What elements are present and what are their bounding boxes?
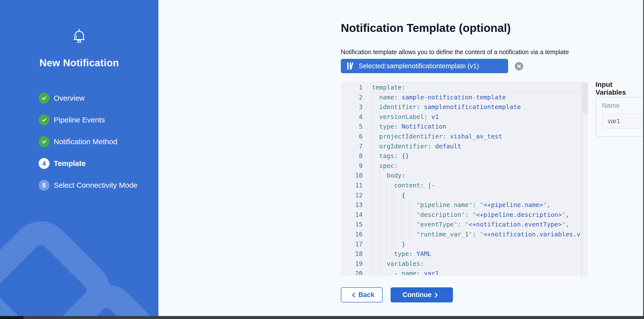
check-icon: [38, 93, 50, 104]
sidebar-step-template[interactable]: 4Template: [38, 158, 138, 169]
wizard-sidebar: New Notification OverviewPipeline Events…: [0, 0, 158, 319]
input-variables-heading: Input Variables: [596, 81, 644, 96]
check-icon: [38, 114, 50, 125]
line-number: 6: [341, 132, 367, 141]
line-number: 3: [341, 102, 367, 112]
step-label: Select Connectivity Mode: [54, 181, 138, 189]
line-number: 18: [341, 249, 367, 259]
code-line: 15 "eventType": "<+notification.eventTyp…: [341, 220, 588, 230]
step-number-badge: 5: [38, 180, 50, 191]
step-label: Template: [54, 159, 86, 168]
code-line: 9 spec:: [341, 161, 588, 171]
line-number: 17: [341, 239, 367, 249]
line-number: 19: [341, 259, 367, 269]
page-description: Notification template allows you to defi…: [341, 48, 569, 56]
code-line: 16 "runtime_var_1": "<+notification.vari…: [341, 230, 588, 239]
code-line: 3 identifier: samplenotificationtemplate: [341, 102, 588, 112]
line-text: identifier: samplenotificationtemplate: [367, 102, 582, 112]
code-line: 4 versionLabel: v1: [341, 112, 588, 122]
line-text: spec:: [367, 161, 582, 171]
line-number: 10: [341, 171, 367, 181]
wizard-title: New Notification: [0, 57, 158, 68]
line-text: versionLabel: v1: [367, 112, 582, 122]
dialog-content: Notification Template (optional) Notific…: [158, 0, 644, 319]
line-text: template:: [367, 83, 582, 92]
line-number: 5: [341, 122, 367, 132]
variable-name-input[interactable]: [602, 113, 644, 129]
line-text: tags: {}: [367, 151, 582, 161]
name-column-header: Name: [602, 102, 620, 110]
code-line: 5 type: Notification: [341, 122, 588, 132]
selected-template-label: Selected:samplenotificationtemplate (v1): [359, 62, 479, 70]
input-variables-panel: Name Value: [596, 97, 644, 137]
step-label: Pipeline Events: [54, 116, 105, 124]
code-line: 14 "description": "<+pipeline.descriptio…: [341, 210, 588, 220]
line-number: 12: [341, 190, 367, 200]
code-line: 18 type: YAML: [341, 249, 588, 259]
wizard-steps: OverviewPipeline EventsNotification Meth…: [38, 93, 138, 202]
line-text: "pipeline name": "<+pipeline.name>",: [367, 200, 582, 210]
continue-button[interactable]: Continue: [390, 287, 453, 303]
page-title: Notification Template (optional): [341, 21, 511, 35]
editor-divider: [582, 82, 582, 279]
remove-template-button[interactable]: [515, 62, 523, 70]
continue-button-label: Continue: [403, 291, 432, 299]
line-text: content: |-: [367, 181, 582, 190]
line-number: 9: [341, 161, 367, 171]
line-text: body:: [367, 171, 582, 181]
line-number: 2: [341, 92, 367, 102]
line-number: 13: [341, 200, 367, 210]
sidebar-step-overview[interactable]: Overview: [38, 93, 138, 104]
back-button-label: Back: [358, 291, 374, 299]
line-text: orgIdentifier: default: [367, 141, 582, 151]
line-text: {: [367, 190, 582, 200]
line-number: 11: [341, 181, 367, 190]
code-line: 1template:: [341, 83, 588, 92]
line-text: "description": "<+pipeline.description>"…: [367, 210, 582, 220]
check-icon: [38, 136, 50, 147]
variable-row: [602, 113, 644, 129]
step-label: Overview: [54, 94, 85, 102]
code-line: 7 orgIdentifier: default: [341, 141, 588, 151]
sidebar-step-notification-method[interactable]: Notification Method: [38, 136, 138, 147]
code-line: 13 "pipeline name": "<+pipeline.name>",: [341, 200, 588, 210]
line-text: projectIdentifier: vishal_av_test: [367, 132, 582, 141]
code-line: 11 content: |-: [341, 181, 588, 190]
sidebar-step-select-connectivity-mode[interactable]: 5Select Connectivity Mode: [38, 180, 138, 191]
chevron-left-icon: [352, 292, 356, 298]
code-line: 10 body:: [341, 171, 588, 181]
step-number-badge: 4: [38, 158, 50, 169]
bell-icon: [0, 27, 158, 47]
step-label: Notification Method: [54, 137, 117, 146]
line-text: }: [367, 239, 582, 249]
sidebar-step-pipeline-events[interactable]: Pipeline Events: [38, 114, 138, 125]
line-text: "eventType": "<+notification.eventType>"…: [367, 220, 582, 230]
line-number: 15: [341, 220, 367, 230]
yaml-editor[interactable]: 1template:2 name: sample-notification-te…: [341, 82, 588, 279]
window-bottom-bar: [0, 316, 644, 319]
code-line: 8 tags: {}: [341, 151, 588, 161]
line-number: 14: [341, 210, 367, 220]
chevron-right-icon: [434, 292, 438, 298]
line-number: 7: [341, 141, 367, 151]
vertical-scrollbar[interactable]: [582, 82, 588, 114]
code-line: 19 variables:: [341, 259, 588, 269]
horizontal-scrollbar[interactable]: [341, 275, 582, 279]
code-line: 17 }: [341, 239, 588, 249]
back-button[interactable]: Back: [341, 287, 383, 303]
line-text: type: Notification: [367, 122, 582, 132]
line-number: 8: [341, 151, 367, 161]
code-line: 2 name: sample-notification-template: [341, 92, 588, 102]
code-line: 12 {: [341, 190, 588, 200]
line-number: 1: [341, 83, 367, 92]
line-number: 4: [341, 112, 367, 122]
selected-template-chip[interactable]: Selected:samplenotificationtemplate (v1): [341, 59, 508, 73]
code-line: 6 projectIdentifier: vishal_av_test: [341, 132, 588, 141]
line-text: variables:: [367, 259, 582, 269]
line-number: 16: [341, 230, 367, 239]
line-text: "runtime_var_1": "<+notification.variabl…: [367, 230, 582, 239]
template-stack-icon: [347, 62, 355, 70]
window-right-edge: [643, 0, 644, 316]
line-text: name: sample-notification-template: [367, 92, 582, 102]
line-text: type: YAML: [367, 249, 582, 259]
